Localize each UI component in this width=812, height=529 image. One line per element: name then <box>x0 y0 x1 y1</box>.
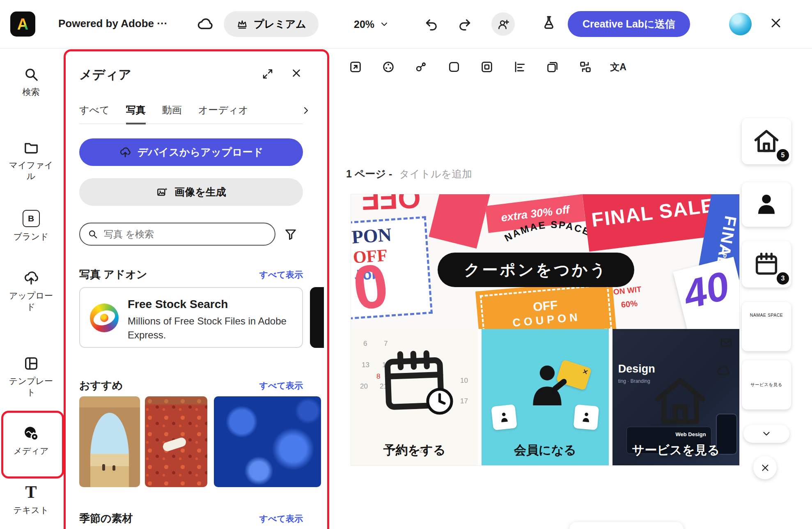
sidebar-label: マイファイル <box>7 159 56 182</box>
zoom-control[interactable]: 20% <box>354 12 389 36</box>
tab-all[interactable]: すべて <box>79 104 110 124</box>
addons-see-all-link[interactable]: すべて表示 <box>259 269 303 281</box>
envelope-icon <box>720 336 733 349</box>
share-invite-button[interactable] <box>491 12 515 36</box>
layers-close-button[interactable] <box>753 456 777 479</box>
photo-thumbnail-arch-beach[interactable] <box>79 396 140 487</box>
close-app-button[interactable] <box>768 16 783 30</box>
tabs-scroll-right-button[interactable] <box>295 106 311 115</box>
beta-flask-button[interactable] <box>541 15 557 30</box>
chevron-down-icon <box>761 428 772 439</box>
layers-collapse-button[interactable] <box>743 425 789 443</box>
tab-videos[interactable]: 動画 <box>162 104 182 124</box>
sidebar-item-brand[interactable]: B ブランド <box>0 210 62 242</box>
media-panel: メディア すべて 写真 動画 オーディオ <box>62 48 326 529</box>
text-icon: T <box>25 483 37 501</box>
laptop-label: Web Design <box>675 431 706 437</box>
logo-glyph: A <box>17 16 28 32</box>
flask-icon <box>541 15 557 30</box>
expand-panel-button[interactable] <box>261 68 274 80</box>
design-artwork[interactable]: OFF PON OFF Job extra 30% off NAMAE SPAC… <box>351 194 739 465</box>
recommended-section-header: おすすめ すべて表示 <box>79 378 303 393</box>
site-title: Design <box>618 363 655 375</box>
translate-icon: 文A <box>610 61 626 74</box>
app-title: Powered by Adobe ··· <box>58 17 167 30</box>
addon-card-next-partial[interactable] <box>310 287 324 348</box>
premium-button[interactable]: プレミアム <box>224 11 319 37</box>
page-title-row[interactable]: 1 ページ - タイトルを追加 <box>346 167 472 181</box>
collage-forty-text: 40 <box>680 265 733 315</box>
addon-card-title: Free Stock Search <box>128 298 228 311</box>
collage-sixty-text: 60% <box>621 299 638 310</box>
expand-icon <box>261 68 274 80</box>
person-add-icon <box>497 18 510 31</box>
sidebar-item-text[interactable]: T テキスト <box>0 483 62 515</box>
layer-card-person[interactable] <box>742 182 791 227</box>
layer-card-brand-page[interactable]: NAMAE SPACE <box>742 302 791 351</box>
member-die-right <box>573 405 599 430</box>
floating-toolbar-partial[interactable] <box>569 522 684 529</box>
seasonal-section-header: 季節の素材 すべて表示 <box>79 511 303 526</box>
adobe-express-logo[interactable]: A <box>10 12 35 37</box>
account-avatar[interactable] <box>729 13 752 35</box>
topbar: A Powered by Adobe ··· プレミアム 20% <box>0 0 812 48</box>
sidebar-item-media[interactable]: メディア <box>0 425 62 456</box>
free-stock-search-logo-icon <box>90 304 119 332</box>
filter-button[interactable] <box>284 227 298 241</box>
send-to-creative-lab-button[interactable]: Creative Labに送信 <box>568 11 690 37</box>
tile-services: Design ting · Branding Web Design サービスを見… <box>612 329 739 465</box>
photo-search-field[interactable] <box>79 223 275 246</box>
brand-icon: B <box>23 210 40 227</box>
sidebar-item-templates[interactable]: テンプレート <box>0 355 62 398</box>
layer-card-calendar[interactable]: 3 <box>742 241 791 288</box>
cloud-sync-icon[interactable] <box>196 16 213 33</box>
frame-tool-button[interactable] <box>479 60 494 74</box>
layer-count-badge: 3 <box>777 272 789 285</box>
duplicate-tool-button[interactable] <box>545 60 560 74</box>
layer-card-text: NAMAE SPACE <box>742 313 791 317</box>
addon-card-description: Millions of Free Stock Files in Adobe Ex… <box>128 314 296 342</box>
seasonal-title: 季節の素材 <box>79 511 133 526</box>
tab-audio[interactable]: オーディオ <box>198 104 248 124</box>
recommended-see-all-link[interactable]: すべて表示 <box>259 380 303 391</box>
addon-card-free-stock-search[interactable]: Free Stock Search Millions of Free Stock… <box>79 287 303 348</box>
tab-photos[interactable]: 写真 <box>126 104 146 124</box>
tile-reservation: 67 1314 2021 815 1017 2324 <box>351 329 478 465</box>
layer-card-house[interactable]: 5 <box>742 118 791 164</box>
upload-from-device-button[interactable]: デバイスからアップロード <box>79 138 303 166</box>
shape-tool-button[interactable] <box>447 60 461 74</box>
undo-button[interactable] <box>424 16 440 32</box>
resize-tool-button[interactable] <box>348 60 363 74</box>
design-tiles-row: 67 1314 2021 815 1017 2324 <box>351 329 739 465</box>
sidebar-item-search[interactable]: 検索 <box>0 66 62 97</box>
animation-tool-button[interactable] <box>414 60 429 74</box>
photo-thumbnail-poppy-field[interactable] <box>145 396 207 487</box>
seasonal-see-all-link[interactable]: すべて表示 <box>259 513 303 524</box>
generate-image-button[interactable]: 画像を生成 <box>79 178 303 206</box>
layer-count-badge: 5 <box>777 149 789 161</box>
panel-title: メディア <box>79 66 131 83</box>
photo-thumbnail-blue-roses[interactable] <box>214 396 321 487</box>
filter-funnel-icon <box>284 227 298 241</box>
translate-tool-button[interactable]: 文A <box>611 60 626 74</box>
close-panel-button[interactable] <box>290 67 303 79</box>
align-tool-button[interactable] <box>512 60 527 74</box>
color-wheel-button[interactable] <box>381 60 396 74</box>
shuffle-tool-button[interactable] <box>578 60 593 74</box>
layer-card-services-page[interactable]: サービスを見る <box>742 360 791 409</box>
redo-button[interactable] <box>456 16 472 32</box>
sidebar-label: アップロード <box>7 290 56 313</box>
svg-text:NAMAE SPACE: NAMAE SPACE <box>502 219 592 244</box>
person-icon <box>753 191 780 218</box>
cloud-icon <box>716 363 730 378</box>
photo-search-input[interactable] <box>103 228 267 240</box>
sidebar-label: 検索 <box>7 86 56 97</box>
folder-icon <box>23 139 39 156</box>
generate-label: 画像を生成 <box>174 185 226 199</box>
search-icon <box>23 66 39 83</box>
sidebar-label: ブランド <box>7 231 56 242</box>
sidebar-item-upload[interactable]: アップロード <box>0 270 62 313</box>
send-label: Creative Labに送信 <box>583 17 675 31</box>
coupon-collage: OFF PON OFF Job extra 30% off NAMAE SPAC… <box>351 194 739 329</box>
sidebar-item-my-files[interactable]: マイファイル <box>0 139 62 182</box>
